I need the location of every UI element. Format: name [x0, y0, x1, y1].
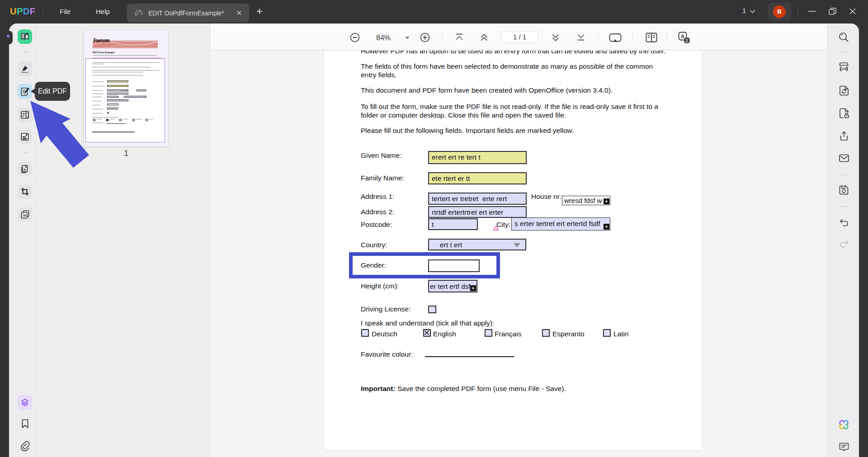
svg-text:A: A — [681, 33, 685, 40]
svg-text:文: 文 — [685, 38, 689, 43]
svg-text:OCR: OCR — [840, 67, 848, 71]
